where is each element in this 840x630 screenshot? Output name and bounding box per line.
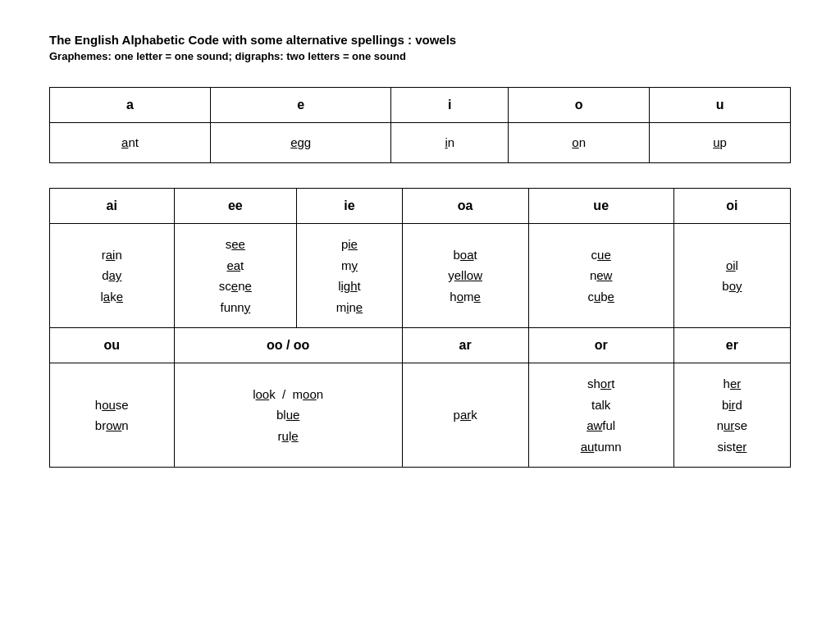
header-ou: ou bbox=[50, 328, 175, 363]
header-oo: oo / oo bbox=[174, 328, 402, 363]
words-ar: park bbox=[402, 363, 528, 468]
header-oi: oi bbox=[673, 189, 790, 224]
header-i: i bbox=[391, 88, 509, 123]
words-or: short talk awful autumn bbox=[528, 363, 673, 468]
title-line1: The English Alphabetic Code with some al… bbox=[49, 33, 791, 47]
title-line2: Graphemes: one letter = one sound; digra… bbox=[49, 50, 791, 62]
words-er: her bird nurse sister bbox=[673, 363, 790, 468]
word-on: on bbox=[509, 123, 650, 163]
words-ai: rain day lake bbox=[50, 224, 175, 328]
words-ou: house brown bbox=[50, 363, 175, 468]
header-or: or bbox=[528, 328, 673, 363]
word-egg: egg bbox=[211, 123, 391, 163]
header-o: o bbox=[509, 88, 650, 123]
words-ee: see eat scene funny bbox=[174, 224, 297, 328]
header-u: u bbox=[650, 88, 791, 123]
header-er: er bbox=[673, 328, 790, 363]
vowels-table-1: a e i o u ant egg in on up bbox=[49, 87, 791, 163]
header-ie: ie bbox=[297, 189, 403, 224]
table1-word-row: ant egg in on up bbox=[50, 123, 791, 163]
words-oi: oil boy bbox=[673, 224, 790, 328]
table2-header-row: ai ee ie oa ue oi bbox=[50, 189, 791, 224]
table2-word-row: rain day lake see eat scene funny pie my… bbox=[50, 224, 791, 328]
word-in: in bbox=[391, 123, 509, 163]
vowels-table-2: ai ee ie oa ue oi rain day lake see eat … bbox=[49, 188, 791, 468]
header-ue: ue bbox=[528, 189, 673, 224]
word-up: up bbox=[650, 123, 791, 163]
header-a: a bbox=[50, 88, 211, 123]
words-ue: cue new cube bbox=[528, 224, 673, 328]
header-oa: oa bbox=[402, 189, 528, 224]
word-ant: ant bbox=[50, 123, 211, 163]
header-ai: ai bbox=[50, 189, 175, 224]
words-oa: boat yellow home bbox=[402, 224, 528, 328]
words-oo: look / moon blue rule bbox=[174, 363, 402, 468]
title-block: The English Alphabetic Code with some al… bbox=[49, 33, 791, 62]
header-e: e bbox=[211, 88, 391, 123]
header-ar: ar bbox=[402, 328, 528, 363]
header-ee: ee bbox=[174, 189, 297, 224]
words-ie: pie my light mine bbox=[297, 224, 403, 328]
table2-header-row2: ou oo / oo ar or er bbox=[50, 328, 791, 363]
table2-word-row2: house brown look / moon blue rule park s… bbox=[50, 363, 791, 468]
table1-header-row: a e i o u bbox=[50, 88, 791, 123]
